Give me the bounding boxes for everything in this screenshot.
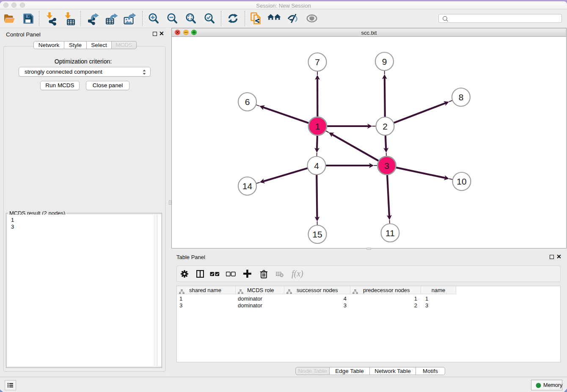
svg-text:10: 10 (457, 177, 466, 186)
svg-text:14: 14 (242, 181, 253, 191)
svg-text:1: 1 (315, 121, 320, 131)
svg-text:2: 2 (383, 121, 388, 131)
svg-text:3: 3 (384, 161, 389, 171)
svg-text:11: 11 (385, 228, 395, 238)
svg-text:15: 15 (312, 229, 322, 239)
svg-text:9: 9 (382, 57, 387, 66)
svg-text:7: 7 (315, 57, 320, 67)
svg-text:4: 4 (314, 161, 319, 171)
svg-text:8: 8 (459, 92, 464, 102)
svg-text:6: 6 (245, 97, 250, 107)
